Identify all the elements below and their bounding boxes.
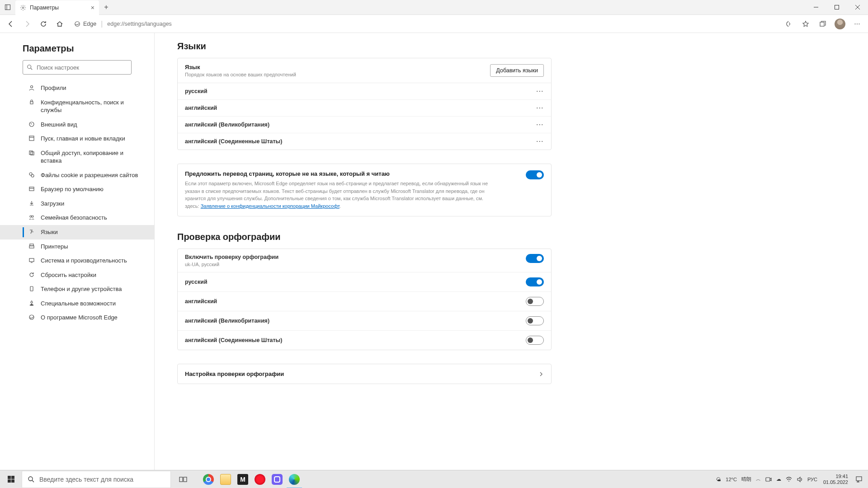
translate-toggle[interactable] (526, 170, 544, 179)
svg-rect-25 (29, 258, 34, 262)
maximize-button[interactable] (826, 0, 847, 14)
taskbar-app-viber[interactable] (269, 470, 286, 488)
sidebar-item-icon (28, 99, 35, 106)
close-tab-icon[interactable]: × (91, 4, 94, 11)
svg-rect-36 (856, 477, 862, 481)
sidebar-item[interactable]: Общий доступ, копирование и вставка (0, 146, 154, 168)
new-tab-button[interactable]: + (99, 3, 113, 11)
spell-language-toggle[interactable] (526, 316, 544, 325)
sidebar-item[interactable]: Конфиденциальность, поиск и службы (0, 95, 154, 117)
settings-search[interactable] (23, 60, 132, 75)
weather-temp[interactable]: 12°C (726, 477, 737, 482)
sidebar-item[interactable]: Телефон и другие устройства (0, 282, 154, 296)
privacy-link[interactable]: Заявление о конфиденциальности корпораци… (201, 203, 340, 209)
taskbar-app-m[interactable]: M (234, 470, 251, 488)
language-name: английский (185, 105, 217, 111)
svg-rect-24 (29, 246, 34, 248)
translate-card: Предложить перевод страниц, которые не н… (177, 164, 552, 216)
more-options-icon[interactable]: ··· (537, 122, 544, 128)
spell-language-row: английский (Великобритания) (178, 311, 551, 331)
sidebar-item[interactable]: Система и производительность (0, 253, 154, 268)
taskbar-apps: M (175, 470, 303, 488)
sidebar-item[interactable]: Файлы cookie и разрешения сайтов (0, 168, 154, 183)
weather-icon[interactable]: 🌤 (716, 477, 721, 482)
sidebar-item[interactable]: Семейная безопасность (0, 211, 154, 225)
spell-enable-toggle[interactable] (526, 254, 544, 263)
more-options-icon[interactable]: ··· (537, 138, 544, 145)
tray-meet-icon[interactable] (765, 476, 772, 483)
sidebar-item[interactable]: Сбросить настройки (0, 268, 154, 282)
sidebar-item[interactable]: Загрузки (0, 197, 154, 211)
toolbar-right: ··· (780, 16, 865, 32)
svg-rect-12 (30, 102, 33, 104)
sidebar-item[interactable]: Браузер по умолчанию (0, 182, 154, 197)
tray-time: 19:41 (823, 474, 848, 479)
spell-language-toggle[interactable] (526, 336, 544, 345)
add-languages-button[interactable]: Добавить языки (490, 64, 544, 77)
action-center-button[interactable] (852, 470, 866, 488)
menu-button[interactable]: ··· (849, 16, 865, 32)
svg-point-29 (31, 301, 33, 303)
svg-point-7 (75, 21, 80, 26)
tray-onedrive-icon[interactable]: ☁ (776, 476, 781, 482)
url-field[interactable]: Edge | edge://settings/languages (70, 17, 778, 31)
close-window-button[interactable] (847, 0, 868, 14)
tray-volume-icon[interactable] (797, 476, 803, 483)
taskbar-search-placeholder: Введите здесь текст для поиска (39, 476, 133, 483)
windows-taskbar: Введите здесь текст для поиска M 🌤 12°C … (0, 470, 868, 488)
tray-clock[interactable]: 19:41 01.05.2022 (823, 474, 848, 485)
sidebar-item-icon (28, 314, 35, 321)
sidebar-item-label: Языки (41, 228, 66, 236)
taskbar-app-explorer[interactable] (217, 470, 234, 488)
tray-chevron-icon[interactable]: ︿ (756, 476, 761, 483)
sidebar-nav: ПрофилиКонфиденциальность, поиск и служб… (0, 79, 154, 327)
sidebar-item[interactable]: Языки (0, 225, 154, 239)
profile-avatar[interactable] (832, 16, 848, 32)
tab-actions-button[interactable] (0, 4, 15, 10)
taskbar-app-chrome[interactable] (200, 470, 217, 488)
minimize-button[interactable] (806, 0, 826, 14)
sidebar-item[interactable]: Внешний вид (0, 117, 154, 132)
more-options-icon[interactable]: ··· (537, 88, 544, 94)
sidebar-item[interactable]: О программе Microsoft Edge (0, 310, 154, 325)
sidebar-item-icon (28, 185, 35, 192)
spell-settings-row[interactable]: Настройка проверки орфографии (178, 364, 551, 384)
forward-button[interactable] (19, 16, 35, 32)
spell-enable-sub: uk-UA, русский (185, 262, 521, 267)
edge-label: Edge (83, 21, 96, 27)
sidebar-item[interactable]: Специальные возможности (0, 296, 154, 311)
spell-settings-label: Настройка проверки орфографии (185, 371, 284, 377)
sidebar-item-icon (28, 84, 35, 91)
tray-wifi-icon[interactable] (786, 476, 792, 483)
sidebar-item[interactable]: Принтеры (0, 239, 154, 254)
back-button[interactable] (3, 16, 19, 32)
home-button[interactable] (52, 16, 68, 32)
taskbar-app-edge[interactable] (286, 470, 303, 488)
spell-language-toggle[interactable] (526, 297, 544, 306)
task-view-button[interactable] (175, 470, 192, 488)
favorites-icon[interactable] (797, 16, 814, 32)
start-button[interactable] (0, 470, 22, 488)
refresh-button[interactable] (35, 16, 52, 32)
browser-tab[interactable]: Параметры × (15, 0, 99, 15)
sidebar-item[interactable]: Профили (0, 81, 154, 95)
svg-rect-20 (29, 187, 34, 191)
taskbar-app-opera[interactable] (251, 470, 269, 488)
read-aloud-icon[interactable] (780, 16, 797, 32)
tray-lang[interactable]: РУС (807, 477, 817, 482)
search-icon (27, 64, 33, 70)
weather-label[interactable]: 晴朗 (741, 476, 751, 483)
sidebar-item[interactable]: Пуск, главная и новые вкладки (0, 131, 154, 146)
sidebar-item-icon (28, 271, 35, 278)
sidebar-item-label: Система и производительность (41, 257, 135, 265)
spell-language-toggle[interactable] (526, 277, 544, 286)
translate-title: Предложить перевод страниц, которые не н… (185, 170, 521, 177)
taskbar-search[interactable]: Введите здесь текст для поиска (22, 471, 171, 488)
sidebar-item-icon (28, 228, 35, 235)
collections-icon[interactable] (815, 16, 831, 32)
sidebar-item-icon (28, 200, 35, 207)
more-options-icon[interactable]: ··· (537, 105, 544, 111)
languages-card: Язык Порядок языков на основе ваших пред… (177, 58, 552, 150)
search-input[interactable] (37, 64, 127, 71)
spell-language-row: английский (178, 292, 551, 311)
